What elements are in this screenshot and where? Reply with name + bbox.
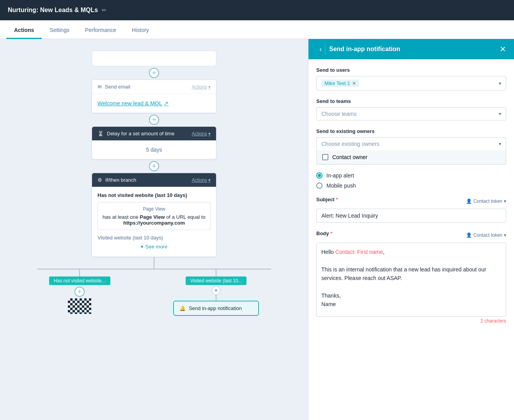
radio-in-app-circle <box>316 172 323 179</box>
panel-header: ‹ Send in-app notification ✕ <box>308 39 514 59</box>
right-panel: ‹ Send in-app notification ✕ Send to use… <box>308 39 514 420</box>
subject-contact-token-btn[interactable]: 👤 Contact token ▾ <box>466 198 506 204</box>
email-link[interactable]: Welcome new lead & MQL ↗ <box>97 100 211 106</box>
contact-owner-checkbox[interactable] <box>322 154 328 160</box>
branch-splits: Has not visited website... + Visited web… <box>18 269 291 316</box>
edit-title-icon[interactable]: ✏ <box>102 7 106 13</box>
body-contact-token-btn[interactable]: 👤 Contact token ▾ <box>466 232 506 238</box>
panel-title: Send in-app notification <box>329 46 400 53</box>
body-label: Body * <box>316 230 332 236</box>
x-btn-container: ✕ <box>216 287 216 294</box>
chevron-down-see-more-icon: ▾ <box>141 244 144 250</box>
body-header-row: Body * 👤 Contact token ▾ <box>316 230 506 239</box>
see-more-btn[interactable]: ▾ See more <box>97 241 211 251</box>
radio-mobile[interactable]: Mobile push <box>316 183 506 189</box>
tab-actions[interactable]: Actions <box>6 22 42 39</box>
send-to-owners-select[interactable]: Choose existing owners ▾ <box>316 137 506 150</box>
connector-to-notification <box>216 294 216 301</box>
send-to-teams-select[interactable]: Choose teams ▾ <box>316 107 506 121</box>
branch-icon: ⚙ <box>97 177 102 183</box>
panel-close-button[interactable]: ✕ <box>500 44 506 54</box>
contact-first-name: Contact: First name <box>335 249 383 255</box>
top-node-placeholder <box>92 51 216 66</box>
visited-tag: Visited website (last 10... <box>186 276 247 285</box>
users-select-arrow: ▾ <box>499 81 501 86</box>
branch-condition-title: Page View <box>103 206 206 212</box>
add-node-btn-1[interactable]: + <box>149 68 159 78</box>
chevron-down-icon-3: ▾ <box>208 177 211 183</box>
subject-header-row: Subject * 👤 Contact token ▾ <box>316 197 506 206</box>
teams-select-arrow: ▾ <box>499 111 501 117</box>
remove-user-tag[interactable]: ✕ <box>352 81 356 86</box>
split-horizontal-line <box>37 269 271 269</box>
flow-container: + ✉ Send email Actions ▾ Welcome new lea… <box>16 51 292 316</box>
notification-type-group: In-app alert Mobile push <box>316 172 506 189</box>
branch-header: ⚙ If/then branch Actions ▾ <box>92 173 216 187</box>
not-visited-tag: Has not visited website... <box>49 276 110 285</box>
delay-header: ⌛ Delay for a set amount of time Actions… <box>92 127 216 140</box>
canvas-area: + ✉ Send email Actions ▾ Welcome new lea… <box>0 39 308 420</box>
send-to-users-group: Send to users Mike Test 1 ✕ ▾ <box>316 67 506 90</box>
notification-node[interactable]: 🔔 Send in-app notification <box>173 301 259 316</box>
branch-node: ⚙ If/then branch Actions ▾ Has not visit… <box>92 173 216 257</box>
body-token-chevron-icon: ▾ <box>504 232 506 238</box>
tab-performance[interactable]: Performance <box>77 22 124 39</box>
checkered-pattern <box>68 298 91 314</box>
selected-user-tag: Mike Test 1 ✕ <box>321 80 359 87</box>
tabs-bar: Actions Settings Performance History <box>0 20 514 39</box>
radio-mobile-circle <box>316 183 323 189</box>
send-to-users-label: Send to users <box>316 67 506 73</box>
top-bar: Nurturing: New Leads & MQLs ✏ <box>0 0 514 20</box>
add-node-btn-3[interactable]: + <box>149 161 159 171</box>
body-preview[interactable]: Hello Contact: First name, This is an in… <box>316 243 506 317</box>
external-link-icon: ↗ <box>164 100 168 106</box>
delay-body: 5 days <box>92 140 216 159</box>
body-token-icon: 👤 <box>466 232 472 238</box>
add-node-not-visited[interactable]: + <box>74 287 85 297</box>
subject-group: Subject * 👤 Contact token ▾ <box>316 197 506 223</box>
subject-input[interactable] <box>316 209 506 223</box>
branch-header-left: ⚙ If/then branch <box>97 177 136 183</box>
chevron-down-icon: ▾ <box>208 84 211 90</box>
branch-else-label: Visited website (last 10 days) <box>97 235 211 241</box>
split-right-vline-top <box>216 269 216 276</box>
remove-visited-btn[interactable]: ✕ <box>212 286 220 295</box>
tab-settings[interactable]: Settings <box>42 22 77 39</box>
connector-to-splits <box>154 257 154 269</box>
subject-label: Subject * <box>316 197 338 202</box>
contact-owner-option[interactable]: Contact owner <box>317 150 506 164</box>
owners-select-arrow: ▾ <box>499 141 501 147</box>
envelope-icon: ✉ <box>97 84 102 90</box>
main-layout: + ✉ Send email Actions ▾ Welcome new lea… <box>0 39 514 420</box>
delay-header-left: ⌛ Delay for a set amount of time <box>97 131 174 136</box>
branch-condition-label: Has not visited website (last 10 days) <box>97 192 211 198</box>
send-to-owners-group: Send to existing owners Choose existing … <box>316 128 506 165</box>
workflow-title: Nurturing: New Leads & MQLs <box>8 7 98 14</box>
panel-back-button[interactable]: ‹ <box>316 44 325 55</box>
branch-condition-text: has at least one Page View of a URL equa… <box>103 214 206 226</box>
branch-actions[interactable]: Actions ▾ <box>192 177 211 183</box>
body-group: Body * 👤 Contact token ▾ Hello Contact: … <box>316 230 506 324</box>
send-to-teams-group: Send to teams Choose teams ▾ <box>316 98 506 121</box>
hourglass-icon: ⌛ <box>97 131 104 136</box>
subject-required: * <box>336 197 338 202</box>
radio-in-app[interactable]: In-app alert <box>316 172 506 179</box>
send-email-actions[interactable]: Actions ▾ <box>192 84 211 90</box>
tab-history[interactable]: History <box>124 22 157 39</box>
char-count: 2 characters <box>316 318 506 324</box>
delay-actions[interactable]: Actions ▾ <box>192 131 211 136</box>
send-email-node: ✉ Send email Actions ▾ Welcome new lead … <box>92 80 216 113</box>
radio-group: In-app alert Mobile push <box>316 172 506 189</box>
split-column-not-visited: Has not visited website... + <box>49 269 110 314</box>
token-icon: 👤 <box>466 198 472 204</box>
send-to-users-select[interactable]: Mike Test 1 ✕ ▾ <box>316 76 506 90</box>
send-email-body: Welcome new lead & MQL ↗ <box>92 94 216 113</box>
chevron-down-icon-2: ▾ <box>208 131 211 136</box>
add-node-btn-2[interactable]: + <box>149 115 159 125</box>
panel-header-nav: ‹ Send in-app notification <box>316 44 400 55</box>
owners-dropdown: Contact owner <box>316 150 506 165</box>
bell-icon: 🔔 <box>179 305 186 311</box>
split-column-visited: Visited website (last 10... ✕ 🔔 Send in-… <box>173 269 259 316</box>
panel-body: Send to users Mike Test 1 ✕ ▾ Send to te… <box>308 59 514 420</box>
branch-body: Has not visited website (last 10 days) P… <box>92 187 216 257</box>
